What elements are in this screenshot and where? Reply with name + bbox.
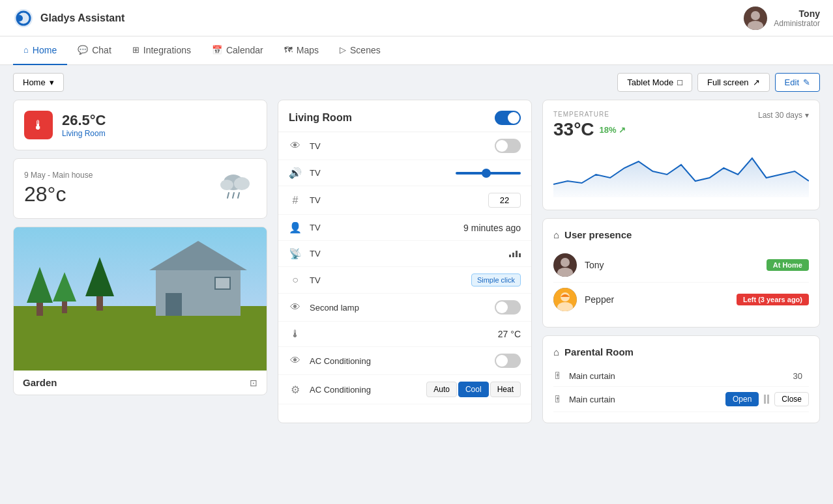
presence-user-pepper: Pepper Left (3 years ago): [553, 283, 809, 316]
user-info: Tony Administrator: [774, 8, 820, 28]
garden-image: [14, 227, 267, 371]
parental-title: ⌂ Parental Room: [553, 346, 809, 357]
nav-item-maps[interactable]: 🗺 Maps: [274, 36, 329, 65]
chart-label: TEMPERATURE: [553, 111, 626, 118]
parental-icon: ⌂: [553, 346, 559, 357]
edit-button[interactable]: Edit ✎: [775, 73, 820, 92]
temperature-card: 🌡 26.5°C Living Room: [13, 100, 267, 150]
svg-point-13: [561, 258, 570, 267]
ac-heat-button[interactable]: Heat: [490, 382, 521, 397]
gear-icon: ⚙: [289, 384, 302, 396]
weather-info: 9 May - Main house 28°c: [24, 171, 93, 206]
garden-name: Garden: [23, 377, 57, 388]
person-icon: 👤: [289, 221, 302, 234]
curtain-close-button[interactable]: Close: [774, 392, 809, 406]
svg-point-7: [234, 177, 250, 190]
tv-number-input[interactable]: [488, 193, 521, 208]
eye-icon-3: 👁: [289, 355, 302, 367]
user-presence-card: ⌂ User presence Tony At Home: [542, 218, 820, 328]
parental-room-card: ⌂ Parental Room 🎚 Main curtain 30 🎚 Main…: [542, 335, 820, 423]
chart-main-value: 33°C 18% ↗: [553, 119, 626, 140]
tv-volume-slider[interactable]: [456, 172, 521, 175]
weather-temp: 28°c: [24, 182, 93, 206]
chart-period-selector[interactable]: Last 30 days ▾: [758, 111, 809, 120]
lamp-toggle[interactable]: [495, 300, 521, 315]
pepper-avatar: [553, 288, 577, 311]
weather-date: 9 May - Main house: [24, 171, 93, 180]
expand-icon: ↗: [753, 77, 760, 87]
list-item: 👁 TV: [278, 132, 531, 160]
chevron-down-icon: ▾: [805, 111, 809, 120]
temperature-value: 26.5°C: [62, 112, 106, 129]
curtain-value-1: 30: [793, 371, 802, 381]
presence-title: ⌂ User presence: [553, 229, 809, 240]
curtain-name-1: Main curtain: [569, 371, 787, 381]
calendar-icon: 📅: [212, 45, 222, 55]
curtain-open-button[interactable]: Open: [725, 392, 759, 406]
list-item: ○ TV Simple click: [278, 267, 531, 294]
ac-toggle[interactable]: [495, 354, 521, 368]
living-room-header: Living Room: [278, 100, 531, 132]
tablet-icon: □: [677, 77, 682, 87]
signal-icon: 📡: [289, 247, 302, 260]
list-item: # TV: [278, 186, 531, 215]
temperature-location: Living Room: [62, 129, 106, 138]
tablet-mode-button[interactable]: Tablet Mode □: [617, 73, 692, 92]
home-dropdown-button[interactable]: Home ▾: [13, 73, 64, 92]
nav-item-home[interactable]: ⌂ Home: [13, 36, 67, 65]
device-list: 👁 TV 🔊 TV # TV 👤 TV: [278, 132, 531, 404]
pepper-status-badge: Left (3 years ago): [737, 294, 809, 305]
svg-line-9: [227, 193, 229, 198]
svg-line-10: [233, 193, 234, 198]
garden-card: Garden ⊡: [13, 227, 267, 395]
tony-name: Tony: [585, 260, 759, 270]
temp-reading: 27 °C: [498, 329, 521, 339]
nav-item-scenes[interactable]: ▷ Scenes: [329, 36, 391, 65]
maps-icon: 🗺: [284, 45, 293, 55]
header-right: Tony Administrator: [744, 7, 820, 30]
chart-header: TEMPERATURE 33°C 18% ↗ Last 30 days ▾: [553, 111, 809, 140]
nav-item-chat[interactable]: 💬 Chat: [67, 36, 122, 65]
ac-cool-button[interactable]: Cool: [458, 382, 489, 397]
svg-point-4: [751, 11, 760, 20]
integrations-icon: ⊞: [132, 45, 139, 55]
full-screen-button[interactable]: Full screen ↗: [697, 73, 770, 92]
app-title: Gladys Assistant: [40, 12, 124, 24]
ac-auto-button[interactable]: Auto: [426, 382, 457, 397]
home-label: Home: [23, 77, 46, 87]
eye-icon: 👁: [289, 140, 302, 152]
temperature-chart-svg: [553, 145, 809, 197]
chart-info: TEMPERATURE 33°C 18% ↗: [553, 111, 626, 140]
curtain-name-2: Main curtain: [569, 395, 719, 404]
list-item: 👁 AC Conditioning: [278, 347, 531, 375]
home-small-icon: ⌂: [553, 229, 559, 240]
temp-info: 26.5°C Living Room: [62, 112, 106, 138]
curtain-row-1: 🎚 Main curtain 30: [553, 365, 809, 387]
user-role: Administrator: [774, 19, 820, 28]
signal-bars: [509, 251, 521, 257]
tv-toggle-1[interactable]: [495, 139, 521, 153]
nav: ⌂ Home 💬 Chat ⊞ Integrations 📅 Calendar …: [0, 36, 833, 65]
living-room-toggle[interactable]: [495, 111, 521, 125]
header-left: Gladys Assistant: [13, 8, 124, 29]
toolbar-right: Tablet Mode □ Full screen ↗ Edit ✎: [617, 73, 820, 92]
eye-icon-2: 👁: [289, 301, 302, 313]
living-room-card: Living Room 👁 TV 🔊 TV # TV: [278, 100, 532, 423]
simple-click-button[interactable]: Simple click: [471, 273, 521, 287]
list-item: ⚙ AC Conditioning Auto Cool Heat: [278, 375, 531, 404]
chevron-down-icon: ▾: [50, 77, 54, 87]
left-column: 🌡 26.5°C Living Room 9 May - Main house …: [13, 100, 267, 423]
temperature-chart-card: TEMPERATURE 33°C 18% ↗ Last 30 days ▾: [542, 100, 820, 210]
svg-point-8: [220, 180, 233, 190]
curtain-icon-1: 🎚: [553, 371, 563, 381]
house: [156, 270, 241, 316]
weather-card: 9 May - Main house 28°c: [13, 158, 267, 219]
thermometer-small-icon: 🌡: [289, 328, 302, 340]
list-item: 🌡 27 °C: [278, 322, 531, 347]
scenes-icon: ▷: [340, 45, 346, 55]
screen-icon[interactable]: ⊡: [250, 378, 257, 388]
nav-item-integrations[interactable]: ⊞ Integrations: [122, 36, 201, 65]
nav-item-calendar[interactable]: 📅 Calendar: [201, 36, 274, 65]
rain-cloud-icon: [217, 169, 256, 208]
svg-point-2: [16, 15, 23, 21]
